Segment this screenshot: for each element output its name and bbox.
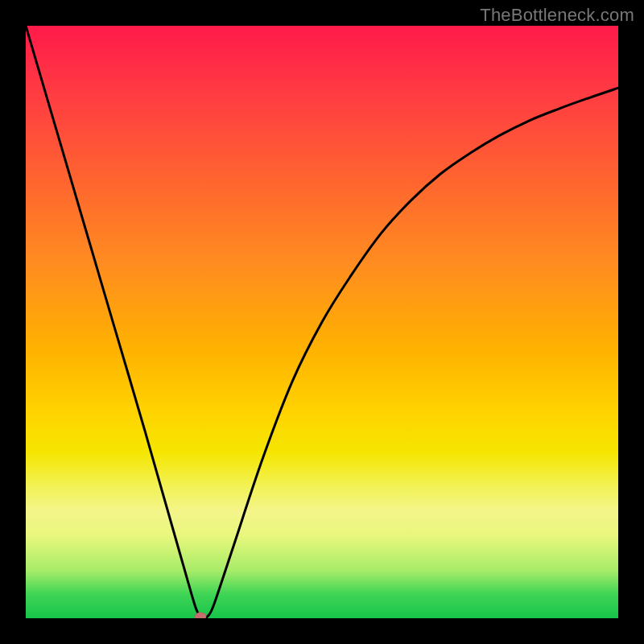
plot-area <box>26 26 618 618</box>
bottleneck-curve <box>26 26 618 618</box>
minimum-marker <box>195 613 206 618</box>
curve-svg <box>26 26 618 618</box>
watermark-text: TheBottleneck.com <box>480 5 634 26</box>
chart-frame: TheBottleneck.com <box>0 0 644 644</box>
